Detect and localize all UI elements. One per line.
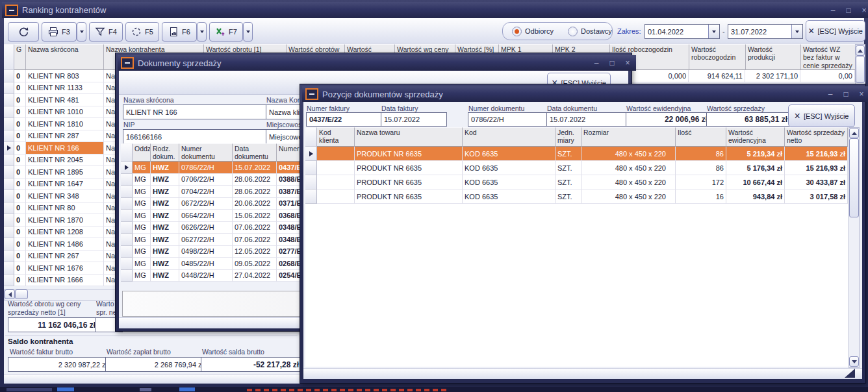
cell-nazwa-skrocona: KLIENT NR 1010	[26, 106, 104, 119]
row-selector	[4, 142, 14, 154]
col-header[interactable]: Ilość	[676, 127, 726, 147]
col-header[interactable]: Kod	[463, 127, 555, 147]
table-row[interactable]: PRODUKT NR 6635 KOD 6635 SZT. 480 x 450 …	[305, 190, 848, 204]
table-row[interactable]: PRODUKT NR 6635 KOD 6635 SZT. 480 x 450 …	[305, 175, 848, 190]
ranking-titlebar[interactable]: Ranking kontrahentów – □ ×	[2, 2, 868, 18]
col-header[interactable]: G	[14, 44, 26, 70]
selection-button[interactable]: F5	[125, 22, 159, 42]
radio-odbiorcy[interactable]: Odbiorcy	[512, 27, 554, 36]
col-header[interactable]: Numer dokumentu	[179, 143, 233, 162]
col-header[interactable]: Jedn. miary	[555, 127, 581, 147]
row-selector	[4, 262, 14, 275]
maximize-button[interactable]: □	[841, 90, 851, 99]
cell-nazwa-skrocona: KLIENT NR 1208	[26, 227, 104, 239]
table-row[interactable]: PRODUKT NR 6635 KOD 6635 SZT. 480 x 450 …	[305, 161, 848, 175]
maximize-button[interactable]: □	[607, 58, 617, 67]
cell-rozmiar: 480 x 450 x 220	[581, 147, 676, 161]
scroll-up-button[interactable]	[849, 128, 859, 138]
cell-ilosc: 86	[676, 147, 726, 161]
filter-button[interactable]: F4	[89, 22, 123, 42]
col-header[interactable]: Rozmiar	[581, 127, 676, 147]
report-button[interactable]: F6	[162, 22, 197, 42]
data-faktury-label: Data faktury	[381, 104, 418, 112]
arrow-up-icon	[852, 132, 857, 135]
refresh-button[interactable]	[8, 22, 39, 42]
cell-data-dokumentu: 12.05.2022	[233, 246, 277, 258]
col-header[interactable]: Wartość ewidencyjna	[726, 127, 785, 147]
data-faktury-input[interactable]: 15.07.2022	[381, 112, 447, 127]
radio-icon	[568, 27, 578, 36]
current-row-marker-icon	[7, 145, 11, 151]
data-dokumentu-label: Data dokumentu	[547, 104, 597, 112]
cell-numer-dokumentu: 0706/22/H	[179, 174, 233, 186]
nazwa-skrocona-input[interactable]: KLIENT NR 166	[123, 104, 270, 119]
radio-dostawcy[interactable]: Dostawcy	[568, 27, 612, 36]
scroll-down-button[interactable]	[849, 356, 859, 367]
date-to-dropdown[interactable]	[791, 25, 802, 38]
col-header[interactable]: Wartość produkcji	[746, 44, 801, 70]
pozycje-exit-button[interactable]: ×[ESC] Wyjście	[788, 104, 855, 127]
hscroll-thumb[interactable]	[15, 289, 28, 299]
cell-g: 0	[14, 227, 26, 239]
col-header[interactable]: Rodz. dokum.	[151, 143, 179, 162]
cell-g: 0	[14, 178, 26, 191]
date-from-combo[interactable]: 01.04.2022	[645, 24, 720, 39]
row-selector	[121, 186, 133, 198]
numer-dokumentu-input[interactable]: 0786/22/H	[468, 112, 550, 127]
ranking-exit-button[interactable]: ×[ESC] Wyjście	[806, 20, 865, 42]
nip-input[interactable]: 166166166	[123, 129, 270, 144]
close-button[interactable]: ×	[856, 90, 867, 99]
minimize-button[interactable]: –	[591, 58, 602, 67]
excel-dropdown-button[interactable]	[243, 22, 253, 42]
chevron-down-icon	[246, 31, 250, 33]
cell-kod-klienta	[317, 161, 355, 175]
col-header[interactable]: Data dokumentu	[233, 143, 277, 162]
cell-wartosc-wz: 0,00	[800, 70, 855, 82]
col-header[interactable]: Wartość WZ bez faktur w cenie sprzedaży	[801, 44, 856, 70]
col-header[interactable]: Nazwa towaru	[355, 127, 463, 147]
print-dropdown-button[interactable]	[77, 22, 86, 42]
col-header[interactable]: Nazwa skrócona	[26, 44, 104, 70]
taskbar-fragment	[140, 388, 151, 391]
col-header[interactable]: Wartość roboczogodzin	[689, 44, 746, 70]
row-selector	[4, 118, 14, 130]
close-x-icon: ×	[795, 111, 800, 121]
col-header[interactable]: Wartość sprzedaży netto	[785, 127, 848, 147]
excel-export-button[interactable]: F7	[209, 22, 243, 42]
cell-nazwa-skrocona: KLIENT NR 1870	[26, 214, 104, 227]
maximize-button[interactable]: □	[843, 6, 854, 15]
table-row[interactable]: PRODUKT NR 6635 KOD 6635 SZT. 480 x 450 …	[305, 147, 848, 161]
date-from-value: 01.04.2022	[645, 28, 708, 36]
scroll-left-button[interactable]	[5, 289, 15, 299]
cell-ilosc: 172	[676, 175, 726, 190]
col-header[interactable]: Kod klienta	[317, 127, 355, 147]
dokumenty-titlebar[interactable]: Dokumenty sprzedaży – □ ×	[118, 55, 636, 71]
cell-wartosc-produkcji: 2 302 171,10	[745, 70, 800, 82]
cell-g: 0	[14, 251, 26, 263]
numer-faktury-input[interactable]: 0437/E/22	[306, 112, 385, 127]
scroll-thumb[interactable]	[856, 56, 865, 83]
scroll-up-button[interactable]	[856, 45, 865, 56]
minimize-button[interactable]: –	[825, 90, 836, 99]
row-selector	[4, 251, 14, 263]
radio-dot-icon	[515, 29, 519, 34]
cell-nazwa-skrocona: KLIENT NR 1895	[26, 166, 104, 178]
print-button[interactable]: F3	[42, 22, 77, 42]
taskbar-fragment	[247, 389, 448, 391]
cell-g: 0	[14, 202, 26, 215]
report-dropdown-button[interactable]	[197, 22, 207, 42]
close-button[interactable]: ×	[622, 58, 633, 67]
cell-wartosc-sprzedazy-netto: 15 216,93 zł	[785, 147, 848, 161]
row-selector	[121, 162, 133, 174]
date-from-dropdown[interactable]	[708, 25, 719, 38]
data-dokumentu-input[interactable]: 15.07.2022	[546, 112, 630, 127]
cell-g: 0	[14, 94, 26, 106]
date-to-combo[interactable]: 31.07.2022	[728, 24, 803, 39]
pozycje-titlebar[interactable]: Pozycje dokumentów sprzedaży – □ ×	[302, 86, 868, 102]
resize-grip[interactable]	[845, 369, 855, 378]
cell-rodz-dokum: HWZ	[151, 174, 179, 186]
scroll-thumb[interactable]	[849, 138, 859, 217]
minimize-button[interactable]: –	[828, 6, 838, 15]
close-button[interactable]: ×	[859, 6, 868, 15]
col-header[interactable]: Oddz.	[133, 143, 151, 162]
